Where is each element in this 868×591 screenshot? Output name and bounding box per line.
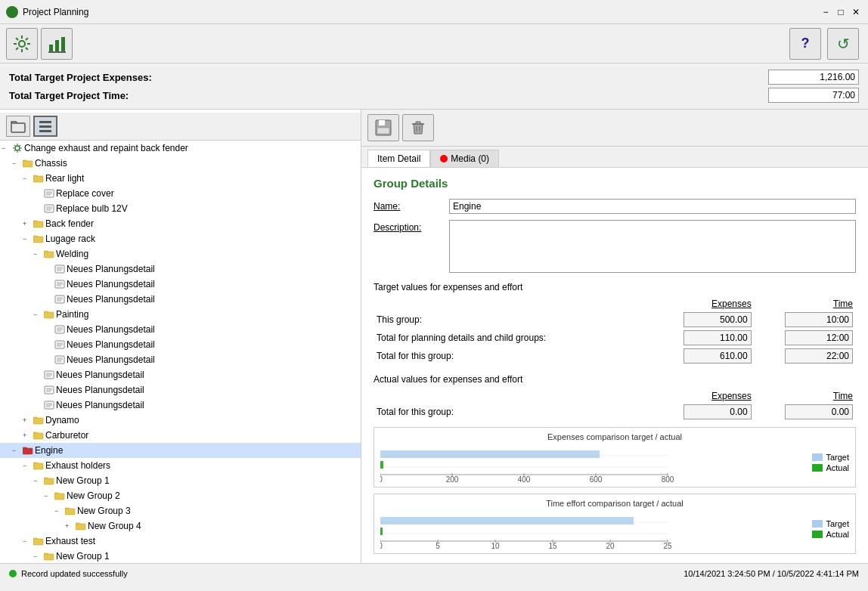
tree-item-24[interactable]: − New Group 2 [0, 488, 361, 503]
delete-button[interactable] [402, 114, 434, 141]
title-bar: Project Planning − □ ✕ [0, 0, 868, 24]
tree-item-27[interactable]: − Exhaust test [0, 534, 361, 549]
svg-rect-100 [380, 461, 383, 469]
description-label: Description: [374, 220, 449, 233]
total-planning-time-input[interactable] [785, 330, 853, 345]
svg-rect-11 [33, 176, 43, 182]
folder-view-icon [11, 119, 26, 133]
tree-item-10[interactable]: Neues Planungsdetail [0, 277, 361, 292]
time-label: Total Target Project Time: [9, 90, 129, 101]
minimize-button[interactable]: − [820, 6, 832, 18]
time-value[interactable] [768, 88, 859, 103]
tree-item-6[interactable]: + Back fender [0, 216, 361, 231]
this-group-time-input[interactable] [785, 312, 853, 327]
total-planning-expenses-input[interactable] [684, 330, 752, 345]
tree-label: Engine [35, 444, 63, 457]
svg-rect-99 [380, 450, 600, 458]
tree-item-12[interactable]: − Painting [0, 307, 361, 322]
expenses-value[interactable] [768, 70, 859, 85]
actual-time-input[interactable] [785, 404, 853, 419]
tree-item-22[interactable]: − Exhaust holders [0, 458, 361, 473]
tab-media[interactable]: Media (0) [430, 150, 499, 167]
tree-item-2[interactable]: − Chassis [0, 156, 361, 171]
tree-container: − Change exhaust and repaint back fender… [0, 141, 361, 563]
expense-chart-svg: 0 200 400 600 800 [380, 444, 683, 482]
tree-item-15[interactable]: Neues Planungsdetail [0, 352, 361, 367]
close-button[interactable]: ✕ [850, 6, 862, 18]
tree-label: Back fender [45, 217, 94, 231]
actual-color [812, 464, 823, 472]
status-dot [9, 570, 17, 577]
tree-item-19[interactable]: + Dynamo [0, 413, 361, 428]
tab-bar: Item Detail Media (0) [361, 147, 868, 168]
tree-item-11[interactable]: Neues Planungsdetail [0, 292, 361, 307]
time-actual-label: Actual [826, 530, 849, 539]
total-planning-row: Total for planning details and child gro… [374, 329, 856, 347]
tree-label: Lugage rack [45, 232, 95, 246]
this-group-label: This group: [374, 311, 653, 329]
save-icon [374, 119, 392, 137]
toolbar-gear-button[interactable] [6, 28, 38, 60]
tree-item-23[interactable]: − New Group 1 [0, 473, 361, 488]
svg-rect-62 [23, 448, 33, 454]
tree-item-3[interactable]: − Rear light [0, 171, 361, 186]
tree-item-7[interactable]: − Lugage rack [0, 231, 361, 246]
maximize-button[interactable]: □ [835, 6, 847, 18]
toolbar-chart-button[interactable] [41, 28, 73, 60]
total-group-time-input[interactable] [785, 348, 853, 364]
folder-view-button[interactable] [6, 116, 30, 137]
target-color [812, 453, 823, 461]
tree-item-13[interactable]: Neues Planungsdetail [0, 322, 361, 337]
tree-item-20[interactable]: + Carburetor [0, 428, 361, 443]
tree-item-5[interactable]: Replace bulb 12V [0, 201, 361, 216]
tab-item-detail[interactable]: Item Detail [367, 150, 430, 167]
name-input[interactable] [449, 199, 856, 214]
this-group-expenses-input[interactable] [684, 312, 752, 327]
tree-item-4[interactable]: Replace cover [0, 186, 361, 201]
tree-label: Neues Planungsdetail [67, 262, 155, 276]
svg-point-9 [15, 146, 20, 150]
tree-item-9[interactable]: Neues Planungsdetail [0, 261, 361, 277]
tree-item-14[interactable]: Neues Planungsdetail [0, 337, 361, 352]
list-view-icon [38, 119, 53, 133]
total-group-label: Total for this group: [374, 347, 653, 365]
target-section-title: Target values for expenses and effort [374, 282, 856, 292]
view-toggle-bar [0, 113, 361, 141]
svg-rect-65 [54, 494, 64, 500]
tree-item-26[interactable]: + New Group 4 [0, 518, 361, 534]
svg-rect-67 [76, 524, 85, 530]
time-target-color [812, 520, 823, 528]
window-controls: − □ ✕ [820, 6, 862, 18]
actual-expenses-input[interactable] [684, 404, 752, 419]
refresh-button[interactable]: ↺ [827, 28, 859, 60]
tree-item-21[interactable]: − Engine [0, 443, 361, 458]
svg-rect-20 [33, 221, 43, 227]
time-chart-title: Time effort comparison target / actual [380, 499, 849, 508]
svg-rect-115 [380, 528, 383, 535]
expense-target-label: Target [826, 453, 849, 462]
svg-text:400: 400 [518, 475, 531, 482]
tree-item-28[interactable]: − New Group 1 [0, 549, 361, 563]
right-panel: Item Detail Media (0) Group Details Name… [361, 110, 868, 563]
list-view-button[interactable] [33, 116, 57, 137]
tree-item-18[interactable]: Neues Planungsdetail [0, 398, 361, 413]
actual-total-label: Total for this group: [374, 403, 653, 421]
tree-item-1[interactable]: − Change exhaust and repaint back fender [0, 141, 361, 156]
description-textarea[interactable] [449, 220, 856, 273]
svg-point-0 [19, 41, 25, 47]
tree-label: Welding [56, 247, 88, 261]
tree-label: Neues Planungsdetail [67, 292, 155, 306]
expense-actual-label: Actual [826, 463, 849, 472]
expense-chart-area: 0 200 400 600 800 [380, 444, 806, 482]
tree-item-8[interactable]: − Welding [0, 246, 361, 261]
time-actual-legend: Actual [812, 530, 849, 539]
save-button[interactable] [367, 114, 399, 141]
tree-item-16[interactable]: Neues Planungsdetail [0, 367, 361, 382]
tree-item-25[interactable]: − New Group 3 [0, 503, 361, 518]
tree-item-17[interactable]: Neues Planungsdetail [0, 382, 361, 398]
help-button[interactable]: ? [789, 28, 821, 60]
total-group-expenses-input[interactable] [684, 348, 752, 364]
svg-rect-93 [379, 120, 385, 125]
svg-rect-10 [23, 161, 33, 167]
svg-rect-61 [33, 433, 43, 439]
